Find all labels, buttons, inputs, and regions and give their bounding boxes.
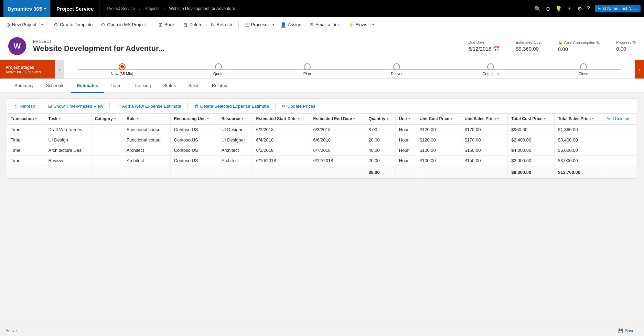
stage-new[interactable]: New (35 Min) [111, 63, 133, 76]
tab-status[interactable]: Status [157, 79, 182, 93]
settings-icon[interactable]: ⚙ [577, 6, 582, 12]
col-header-unit-sales-price[interactable]: Unit Sales Price ▾ [461, 114, 508, 124]
dashboard-icon[interactable]: ⊙ [546, 6, 550, 12]
breadcrumb-sep-1: › [139, 6, 140, 11]
estimated-cost-label: Estimated Cost [516, 40, 541, 44]
col-header-role[interactable]: Role ▾ [123, 114, 170, 124]
cell-quantity-0: 8.00 [365, 124, 396, 135]
col-header-total-cost-price[interactable]: Total Cost Price ▾ [508, 114, 555, 124]
sort-icon-role: ▾ [137, 117, 139, 120]
due-date-meta: Due Date 6/12/2018 📅 [468, 40, 499, 52]
search-icon[interactable]: 🔍 [534, 6, 541, 12]
process-split-arrow[interactable]: ▾ [271, 21, 276, 28]
tab-tracking[interactable]: Tracking [128, 79, 157, 93]
flows-split-arrow[interactable]: ▾ [371, 21, 375, 28]
create-template-label: Create Template [60, 22, 93, 27]
dynamics-brand-chevron[interactable]: ▾ [44, 7, 46, 11]
cell-totalCostPrice-3: $2,000.00 [508, 156, 555, 166]
refresh-label: Refresh [216, 22, 232, 27]
col-header-start-date[interactable]: Estimated Start Date ▾ [253, 114, 310, 124]
cell-quantity-3: 20.00 [365, 156, 396, 166]
help-icon[interactable]: ? [587, 6, 590, 12]
cell-totalCostPrice-0: $960.00 [508, 124, 555, 135]
user-label[interactable]: First Name Last Na... [595, 5, 641, 12]
cell-resourcingUnit-3: Contoso US [170, 156, 218, 166]
col-header-resource[interactable]: Resource ▾ [218, 114, 253, 124]
col-header-total-sales-price[interactable]: Total Sales Price ▾ [554, 114, 603, 124]
stage-quote[interactable]: Quote [213, 63, 224, 76]
project-label: PROJECT [33, 39, 461, 43]
email-link-button[interactable]: ✉ Email a Link [306, 21, 343, 29]
stage-plan[interactable]: Plan [303, 63, 311, 76]
process-button[interactable]: ☰ Process [242, 21, 271, 29]
sort-icon-transaction: ▾ [35, 117, 37, 120]
est-sep-1 [42, 103, 42, 109]
estimates-refresh-label: Refresh [20, 104, 35, 109]
progress-label: Progress % [616, 40, 636, 44]
create-template-button[interactable]: ⚙ Create Template [50, 21, 96, 29]
calendar-icon[interactable]: 📅 [493, 46, 499, 52]
update-prices-button[interactable]: ↻ Update Prices [279, 102, 318, 110]
open-ms-project-button[interactable]: ⚙ Open in MS Project [97, 21, 149, 29]
total-cell-resource [218, 166, 253, 178]
breadcrumb-item-2[interactable]: Projects [144, 6, 159, 11]
cell-unitCostPrice-2: $100.00 [416, 145, 461, 156]
stage-complete[interactable]: Complete [482, 63, 498, 76]
cell-totalSalesPrice-1: $3,400.00 [554, 135, 603, 145]
stages-nav-left[interactable]: ‹ [55, 60, 64, 78]
flows-btn-group: ⚡ Flows ▾ [345, 21, 376, 29]
col-header-add-column[interactable]: Add Column [603, 114, 636, 124]
col-header-quantity[interactable]: Quantity ▾ [365, 114, 396, 124]
show-time-phased-button[interactable]: ⊞ Show Time-Phased View [45, 102, 106, 110]
cell-estimatedEndDate-1: 6/6/2018 [310, 135, 365, 145]
project-name: Website Development for Adventur... [33, 44, 461, 53]
sort-icon-resourcing-unit: ▾ [207, 117, 209, 120]
delete-button[interactable]: 🗑 Delete [180, 21, 206, 29]
tab-estimates[interactable]: Estimates [71, 79, 104, 93]
book-button[interactable]: ⊞ Book [155, 21, 178, 29]
lightbulb-icon[interactable]: 💡 [555, 6, 562, 12]
col-header-unit[interactable]: Unit ▾ [395, 114, 416, 124]
dynamics-brand[interactable]: Dynamics 365 ▾ [3, 0, 50, 17]
cell-estimatedStartDate-2: 6/3/2018 [253, 145, 310, 156]
cell-estimatedStartDate-3: 6/10/2018 [253, 156, 310, 166]
new-project-button[interactable]: ⊕ New Project [3, 21, 40, 29]
col-header-end-date[interactable]: Estimated End Date ▾ [310, 114, 365, 124]
cell-estimatedEndDate-3: 6/12/2018 [310, 156, 365, 166]
cell-transaction-2: Time [7, 145, 45, 156]
estimates-refresh-button[interactable]: ↻ Refresh [11, 102, 38, 110]
open-ms-project-icon: ⚙ [101, 22, 105, 28]
total-cell-add-col [603, 166, 636, 178]
col-header-unit-cost-price[interactable]: Unit Cost Price ▾ [416, 114, 461, 124]
tab-related[interactable]: Related [206, 79, 234, 93]
assign-button[interactable]: 👤 Assign [277, 21, 305, 29]
table-row: TimeUI DesignFunctional consulContoso US… [7, 135, 637, 145]
cell-role-0: Functional consul [123, 124, 170, 135]
col-header-transaction[interactable]: Transaction ▾ [7, 114, 45, 124]
breadcrumb-item-1[interactable]: Project Service [107, 6, 135, 11]
tab-team[interactable]: Team [104, 79, 128, 93]
stage-close-circle [580, 63, 587, 70]
tab-summary[interactable]: Summary [8, 79, 40, 93]
add-expense-icon: ＋ [116, 103, 120, 109]
stages-nav-right[interactable]: › [635, 60, 644, 78]
col-header-resourcing-unit[interactable]: Resourcing Unit ▾ [170, 114, 218, 124]
col-header-task[interactable]: Task ▾ [45, 114, 91, 124]
stage-deliver[interactable]: Deliver [391, 63, 402, 76]
project-meta: Due Date 6/12/2018 📅 Estimated Cost $9,3… [468, 40, 636, 52]
sort-icon-task: ▾ [59, 117, 61, 120]
cell-role-3: Architect [123, 156, 170, 166]
new-project-split-arrow[interactable]: ▾ [40, 21, 44, 28]
col-header-category[interactable]: Category ▾ [91, 114, 123, 124]
add-expense-estimate-button[interactable]: ＋ Add a New Expense Estimate [113, 102, 184, 111]
stage-deliver-circle [393, 63, 400, 70]
sort-icon-total-sales-price: ▾ [592, 117, 594, 120]
plus-icon[interactable]: ＋ [567, 5, 572, 12]
tab-schedule[interactable]: Schedule [40, 79, 71, 93]
cell-transaction-1: Time [7, 135, 45, 145]
stage-close[interactable]: Close [579, 63, 588, 76]
tab-sales[interactable]: Sales [182, 79, 206, 93]
delete-expense-estimate-button[interactable]: 🗑 Delete Selected Expense Estimate [191, 102, 272, 110]
flows-button[interactable]: ⚡ Flows [345, 21, 371, 29]
refresh-button[interactable]: ↻ Refresh [207, 21, 236, 29]
